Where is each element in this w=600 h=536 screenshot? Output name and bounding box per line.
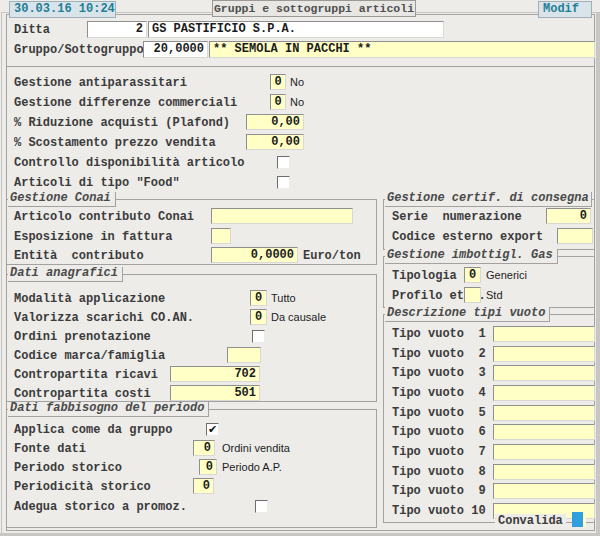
controllo-disponibilita-label: Controllo disponibilità articolo	[14, 157, 244, 170]
group-code-field[interactable]: 20,0000	[143, 41, 208, 58]
scostamento-field[interactable]: 0,00	[246, 134, 304, 150]
tipo-vuoto-6-field[interactable]	[493, 424, 595, 440]
codice-marca-label: Codice marca/famiglia	[14, 350, 165, 363]
esposizione-fattura-label: Esposizione in fattura	[14, 231, 172, 244]
text-cursor	[572, 512, 583, 527]
antiparassitari-value-text: No	[290, 76, 304, 88]
tipo-vuoto-8-label: Tipo vuoto 8	[392, 466, 486, 479]
codice-esterno-export-label: Codice esterno export	[392, 231, 543, 244]
scostamento-label: % Scostamento prezzo vendita	[14, 137, 216, 150]
periodo-storico-label: Periodo storico	[14, 462, 122, 475]
group-label: Gruppo/Sottogruppo	[14, 44, 144, 57]
tipologia-field[interactable]: 0	[464, 267, 481, 283]
group-title-fabbisogno: Dati fabbisogno del periodo	[8, 402, 209, 417]
esposizione-fattura-field[interactable]	[211, 228, 231, 244]
tipo-vuoto-1-field[interactable]	[493, 326, 595, 342]
group-title-imbottigliamento: Gestione imbottigl. Gas	[385, 249, 558, 264]
tipo-vuoto-2-field[interactable]	[493, 346, 595, 362]
codice-esterno-export-field[interactable]	[557, 228, 593, 244]
group-title-anagrafici: Dati anagrafici	[8, 267, 123, 282]
tipo-vuoto-5-label: Tipo vuoto 5	[392, 407, 486, 420]
periodo-storico-text: Periodo A.P.	[222, 461, 282, 473]
articolo-conai-field[interactable]	[211, 208, 353, 224]
adegua-storico-checkbox[interactable]	[255, 500, 268, 513]
periodicita-storico-label: Periodicità storico	[14, 481, 151, 494]
tipo-vuoto-4-label: Tipo vuoto 4	[392, 387, 486, 400]
datetime-display: 30.03.16 10:24	[9, 1, 116, 18]
periodicita-storico-field[interactable]: 0	[193, 478, 214, 494]
serie-numerazione-field[interactable]: 0	[546, 208, 591, 224]
profilo-etichetta-field[interactable]	[464, 287, 481, 303]
codice-marca-field[interactable]	[227, 347, 261, 363]
convalida-button[interactable]: Convalida	[495, 514, 566, 528]
tipo-vuoto-3-label: Tipo vuoto 3	[392, 367, 486, 380]
tipo-vuoto-10-label: Tipo vuoto 10	[392, 505, 486, 518]
header-divider	[7, 66, 594, 67]
articoli-food-label: Articoli di tipo "Food"	[14, 177, 180, 190]
tipo-vuoto-9-field[interactable]	[493, 483, 595, 499]
modalita-applicazione-label: Modalità applicazione	[14, 293, 165, 306]
company-name-field[interactable]: GS PASTIFICIO S.P.A.	[148, 21, 444, 38]
tipo-vuoto-8-field[interactable]	[493, 464, 595, 480]
adegua-storico-label: Adegua storico a promoz.	[14, 501, 187, 514]
company-code-field[interactable]: 2	[87, 21, 147, 38]
tipo-vuoto-7-label: Tipo vuoto 7	[392, 446, 486, 459]
riduzione-field[interactable]: 0,00	[246, 114, 304, 130]
contropartita-ricavi-label: Contropartita ricavi	[14, 369, 158, 382]
company-label: Ditta	[14, 24, 50, 37]
fonte-dati-field[interactable]: 0	[193, 440, 215, 456]
modalita-applicazione-text: Tutto	[271, 292, 296, 304]
periodo-storico-field[interactable]: 0	[199, 459, 217, 475]
tipo-vuoto-4-field[interactable]	[493, 385, 595, 401]
ordini-prenotazione-checkbox[interactable]	[252, 330, 265, 343]
group-title-conai: Gestione Conai	[8, 192, 116, 207]
modalita-applicazione-field[interactable]: 0	[250, 290, 267, 306]
articolo-conai-label: Articolo contributo Conai	[14, 211, 194, 224]
valorizza-scarichi-text: Da causale	[271, 311, 326, 323]
tipo-vuoto-3-field[interactable]	[493, 365, 595, 381]
antiparassitari-field[interactable]: 0	[270, 74, 286, 90]
mode-indicator: Modif	[538, 1, 592, 18]
entita-contributo-unit: Euro/ton	[303, 250, 361, 263]
group-description-field[interactable]: ** SEMOLA IN PACCHI **	[209, 41, 595, 58]
differenze-field[interactable]: 0	[270, 94, 286, 110]
tipo-vuoto-6-label: Tipo vuoto 6	[392, 426, 486, 439]
group-title-tipi-vuoto: Descrizione tipi vuoto	[385, 307, 550, 322]
tipo-vuoto-9-label: Tipo vuoto 9	[392, 485, 486, 498]
contropartita-ricavi-field[interactable]: 702	[170, 366, 260, 382]
controllo-disponibilita-checkbox[interactable]	[277, 156, 290, 169]
valorizza-scarichi-field[interactable]: 0	[250, 309, 267, 325]
tipo-vuoto-1-label: Tipo vuoto 1	[392, 328, 486, 341]
antiparassitari-label: Gestione antiparassitari	[14, 77, 187, 90]
entita-contributo-field[interactable]: 0,0000	[211, 247, 298, 263]
fonte-dati-text: Ordini vendita	[222, 442, 290, 454]
applica-gruppo-label: Applica come da gruppo	[14, 424, 172, 437]
tipologia-label: Tipologia	[392, 270, 457, 283]
differenze-value-text: No	[290, 96, 304, 108]
articoli-food-checkbox[interactable]	[277, 176, 290, 189]
profilo-etichetta-text: Std	[486, 289, 503, 301]
contropartita-costi-field[interactable]: 501	[170, 385, 260, 401]
tipo-vuoto-5-field[interactable]	[493, 405, 595, 421]
text-cursor-tail	[583, 512, 586, 527]
page-title: Gruppi e sottogruppi articoli	[212, 0, 416, 17]
tipologia-text: Generici	[486, 269, 527, 281]
differenze-label: Gestione differenze commerciali	[14, 97, 237, 110]
applica-gruppo-checkbox[interactable]: ✔	[206, 423, 219, 436]
app-window: 30.03.16 10:24 Gruppi e sottogruppi arti…	[0, 0, 600, 536]
entita-contributo-label: Entità contributo	[14, 250, 144, 263]
tipo-vuoto-2-label: Tipo vuoto 2	[392, 348, 486, 361]
fonte-dati-label: Fonte dati	[14, 443, 86, 456]
group-title-certificati: Gestione certif. di consegna	[385, 192, 592, 207]
serie-numerazione-label: Serie numerazione	[392, 211, 522, 224]
ordini-prenotazione-label: Ordini prenotazione	[14, 331, 151, 344]
contropartita-costi-label: Contropartita costi	[14, 388, 151, 401]
tipo-vuoto-7-field[interactable]	[493, 444, 595, 460]
riduzione-label: % Riduzione acquisti (Plafond)	[14, 117, 230, 130]
valorizza-scarichi-label: Valorizza scarichi CO.AN.	[14, 312, 194, 325]
